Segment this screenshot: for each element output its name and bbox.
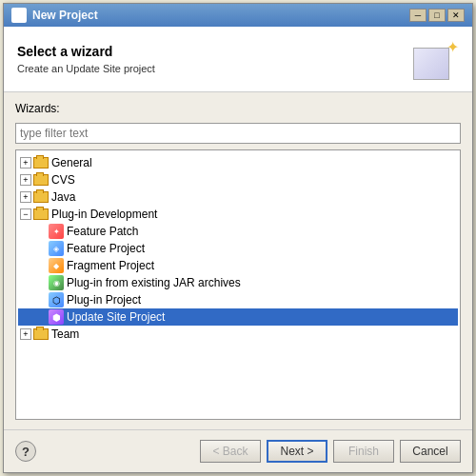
window-title: New Project bbox=[32, 9, 98, 22]
maximize-button[interactable]: □ bbox=[428, 9, 446, 22]
expand-plugin-dev[interactable]: − bbox=[20, 208, 31, 220]
tree-item-team[interactable]: + Team bbox=[18, 326, 458, 343]
tree-label-cvs: CVS bbox=[51, 173, 75, 187]
title-bar: 🗂 New Project ─ □ ✕ bbox=[4, 4, 472, 27]
tree-item-general[interactable]: + General bbox=[18, 154, 458, 171]
tree-label-plugin-jar: Plug-in from existing JAR archives bbox=[67, 276, 241, 289]
tree-area[interactable]: + General + CVS + Java − Plug-in Develop… bbox=[15, 149, 461, 420]
folder-icon-java bbox=[33, 191, 49, 203]
close-button[interactable]: ✕ bbox=[447, 9, 465, 22]
icon-plugin-project: ⬡ bbox=[49, 292, 64, 307]
tree-item-plugin-jar[interactable]: ◉ Plug-in from existing JAR archives bbox=[18, 274, 458, 291]
folder-icon-general bbox=[33, 157, 49, 169]
icon-update-site: ⬢ bbox=[49, 309, 64, 325]
tree-item-cvs[interactable]: + CVS bbox=[18, 171, 458, 188]
tree-item-fragment-project[interactable]: ◆ Fragment Project bbox=[18, 257, 458, 274]
next-button[interactable]: Next > bbox=[267, 440, 327, 463]
icon-fragment-project: ◆ bbox=[49, 258, 64, 273]
tree-item-plugin-project[interactable]: ⬡ Plug-in Project bbox=[18, 291, 458, 308]
wizard-icon: ✦ bbox=[413, 38, 459, 80]
tree-item-java[interactable]: + Java bbox=[18, 188, 458, 206]
tree-label-feature-project: Feature Project bbox=[67, 242, 145, 255]
tree-label-plugin-dev: Plug-in Development bbox=[51, 208, 157, 221]
wizard-title: Select a wizard bbox=[17, 44, 155, 59]
folder-icon-team bbox=[33, 328, 49, 340]
icon-feature-project: ◈ bbox=[49, 241, 64, 256]
tree-label-java: Java bbox=[51, 190, 75, 204]
tree-item-feature-project[interactable]: ◈ Feature Project bbox=[18, 240, 458, 257]
icon-feature-patch: ✦ bbox=[49, 224, 64, 239]
wizard-subtitle: Create an Update Site project bbox=[17, 63, 155, 74]
tree-label-plugin-project: Plug-in Project bbox=[67, 293, 141, 307]
cancel-button[interactable]: Cancel bbox=[400, 440, 461, 463]
finish-button[interactable]: Finish bbox=[333, 440, 394, 463]
icon-plugin-jar: ◉ bbox=[49, 275, 64, 290]
window-icon: 🗂 bbox=[11, 8, 27, 23]
content-area: Wizards: + General + CVS + Java bbox=[4, 92, 472, 429]
header-text: Select a wizard Create an Update Site pr… bbox=[17, 44, 155, 74]
expand-java[interactable]: + bbox=[20, 191, 31, 203]
filter-input[interactable] bbox=[15, 123, 461, 144]
wizards-label: Wizards: bbox=[15, 102, 461, 115]
tree-item-update-site[interactable]: ⬢ Update Site Project bbox=[18, 308, 458, 326]
tree-item-feature-patch[interactable]: ✦ Feature Patch bbox=[18, 223, 458, 240]
minimize-button[interactable]: ─ bbox=[409, 9, 426, 22]
folder-icon-plugin-dev bbox=[33, 208, 49, 220]
tree-label-fragment-project: Fragment Project bbox=[67, 259, 154, 272]
tree-label-update-site: Update Site Project bbox=[67, 310, 165, 324]
title-controls: ─ □ ✕ bbox=[409, 9, 465, 22]
tree-label-general: General bbox=[51, 156, 92, 169]
header-area: Select a wizard Create an Update Site pr… bbox=[4, 27, 472, 92]
folder-icon-cvs bbox=[33, 174, 49, 186]
bottom-bar: ? < Back Next > Finish Cancel bbox=[4, 429, 472, 472]
expand-team[interactable]: + bbox=[20, 328, 31, 340]
tree-item-plugin-dev[interactable]: − Plug-in Development bbox=[18, 206, 458, 223]
dialog-window: 🗂 New Project ─ □ ✕ Select a wizard Crea… bbox=[3, 3, 473, 473]
tree-label-feature-patch: Feature Patch bbox=[67, 225, 138, 238]
back-button[interactable]: < Back bbox=[200, 440, 261, 463]
expand-general[interactable]: + bbox=[20, 157, 31, 169]
title-bar-left: 🗂 New Project bbox=[11, 8, 98, 23]
icon-box bbox=[413, 48, 449, 80]
sparkle-icon: ✦ bbox=[446, 38, 459, 56]
dialog-buttons: < Back Next > Finish Cancel bbox=[200, 440, 461, 463]
help-button[interactable]: ? bbox=[15, 441, 36, 462]
expand-cvs[interactable]: + bbox=[20, 174, 31, 186]
tree-label-team: Team bbox=[51, 327, 79, 341]
